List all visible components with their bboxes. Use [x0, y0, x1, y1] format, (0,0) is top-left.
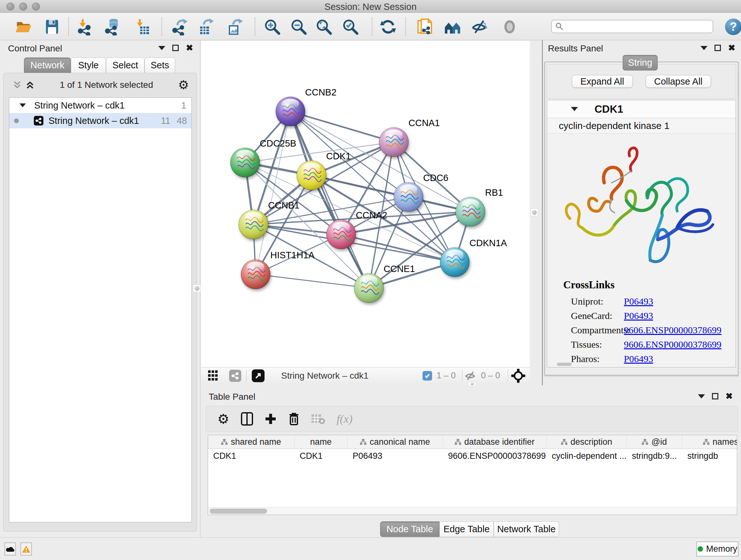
- genecard-link[interactable]: P06493: [624, 310, 653, 321]
- tab-network[interactable]: Network: [24, 57, 71, 73]
- column-header-canonical-name[interactable]: canonical name: [347, 435, 443, 449]
- apply-layout-button[interactable]: [380, 18, 397, 36]
- compartments-link[interactable]: 9606.ENSP00000378699: [624, 325, 722, 335]
- cytoscape-window: Session: New Session: [0, 0, 741, 560]
- tab-sets[interactable]: Sets: [145, 57, 175, 73]
- show-all-button[interactable]: [501, 18, 519, 36]
- export-network-button[interactable]: [171, 18, 189, 36]
- zoom-out-button[interactable]: [290, 18, 308, 36]
- zoom-selected-button[interactable]: [342, 18, 360, 36]
- export-image-icon: [226, 18, 244, 36]
- tab-select[interactable]: Select: [106, 57, 145, 73]
- scrollbar-thumb[interactable]: [210, 509, 267, 514]
- delete-column-icon[interactable]: [288, 412, 300, 426]
- collapse-all-button[interactable]: Collapse All: [646, 75, 711, 88]
- maximize-panel-icon[interactable]: [172, 45, 179, 51]
- first-neighbors-button[interactable]: [444, 18, 462, 36]
- network-share-icon[interactable]: [229, 370, 241, 382]
- tab-network-table[interactable]: Network Table: [494, 521, 559, 537]
- network-row-selected[interactable]: String Network – cdk1 11 48: [9, 113, 192, 128]
- cell-description[interactable]: cyclin-dependent ...: [547, 449, 627, 463]
- float-panel-icon[interactable]: [700, 46, 708, 50]
- detach-view-icon[interactable]: [252, 369, 265, 382]
- import-network-database-button[interactable]: [104, 18, 122, 36]
- uniprot-link[interactable]: P06493: [624, 296, 653, 307]
- documents-network-icon: [416, 18, 433, 36]
- column-hierarchy-icon: [360, 439, 366, 445]
- expand-all-networks-icon[interactable]: [25, 80, 35, 90]
- cell-canonical-name[interactable]: P06493: [347, 449, 443, 463]
- new-network-from-selection-button[interactable]: [416, 18, 434, 36]
- export-image-button[interactable]: [226, 18, 244, 36]
- cell-name[interactable]: CDK1: [294, 449, 347, 463]
- column-header-namespace[interactable]: namespace: [682, 435, 737, 449]
- save-session-button[interactable]: [44, 18, 61, 36]
- column-header-name[interactable]: name: [294, 435, 347, 449]
- svg-text:CDKN1A: CDKN1A: [469, 238, 507, 248]
- show-columns-icon[interactable]: [241, 412, 253, 426]
- crosslinks-section: CrossLinks Uniprot: P06493 GeneCard: P06…: [547, 274, 736, 366]
- network-canvas[interactable]: CDK1CCNB1CCNB2CCNA1CCNA2CCNE1CDC25BCDC6R…: [201, 41, 530, 367]
- table-hscrollbar[interactable]: [208, 507, 737, 515]
- search-input[interactable]: [566, 22, 713, 32]
- left-splitter-handle[interactable]: [193, 285, 201, 292]
- bottom-splitter-handle[interactable]: [468, 382, 476, 386]
- cell-database-identifier[interactable]: 9606.ENSP00000378699: [443, 449, 547, 463]
- table-row[interactable]: CDK1CDK1P064939606.ENSP00000378699cyclin…: [208, 449, 737, 463]
- maximize-panel-icon[interactable]: [715, 45, 721, 51]
- import-table-button[interactable]: [134, 18, 151, 36]
- tab-node-table[interactable]: Node Table: [380, 521, 440, 537]
- gene-collapse-icon[interactable]: [571, 107, 578, 111]
- crosslink-row: Compartments: 9606.ENSP00000378699: [563, 323, 736, 337]
- export-table-button[interactable]: [198, 18, 215, 36]
- gene-header-row[interactable]: CDK1: [547, 100, 736, 118]
- results-hscrollbar[interactable]: [557, 363, 571, 366]
- column-header--id[interactable]: @id: [627, 435, 682, 449]
- import-network-file-button[interactable]: [76, 18, 94, 36]
- table-options-gear-icon[interactable]: ⚙: [217, 411, 229, 427]
- cloud-status-button[interactable]: [4, 543, 16, 556]
- cell-namespace[interactable]: stringdb: [682, 449, 737, 463]
- add-column-icon[interactable]: [265, 413, 277, 425]
- network-options-gear-icon[interactable]: ⚙: [178, 80, 189, 90]
- open-session-button[interactable]: [15, 18, 32, 36]
- close-panel-icon[interactable]: ✖: [728, 45, 735, 51]
- birds-eye-view-icon[interactable]: [511, 369, 525, 383]
- tab-style[interactable]: Style: [71, 57, 106, 73]
- collection-expand-icon[interactable]: [19, 104, 26, 107]
- tab-edge-table[interactable]: Edge Table: [440, 521, 494, 537]
- close-panel-icon[interactable]: ✖: [725, 393, 733, 399]
- tissues-link[interactable]: 9606.ENSP00000378699: [624, 339, 722, 350]
- control-panel-tabs: Network Style Select Sets: [24, 57, 175, 73]
- network-graph[interactable]: CDK1CCNB1CCNB2CCNA1CCNA2CCNE1CDC25BCDC6R…: [201, 41, 530, 367]
- right-splitter-handle[interactable]: [530, 208, 538, 216]
- memory-button[interactable]: Memory: [696, 542, 738, 557]
- float-panel-icon[interactable]: [158, 46, 165, 50]
- expand-all-button[interactable]: Expand All: [572, 75, 633, 88]
- cell--id[interactable]: stringdb:9...: [627, 449, 682, 463]
- column-header-database-identifier[interactable]: database identifier: [443, 435, 547, 449]
- selected-indicator-checkbox[interactable]: [422, 371, 432, 381]
- grid-view-icon[interactable]: [208, 370, 221, 381]
- column-hierarchy-icon: [455, 439, 461, 445]
- tab-string[interactable]: String: [623, 55, 658, 71]
- float-panel-icon[interactable]: [698, 394, 705, 398]
- hide-selected-button[interactable]: [471, 18, 488, 36]
- cell-shared-name[interactable]: CDK1: [208, 449, 294, 463]
- pharos-link[interactable]: P06493: [624, 354, 653, 364]
- column-header-shared-name[interactable]: shared name: [208, 435, 294, 449]
- function-builder-button[interactable]: f(x): [337, 412, 353, 426]
- help-button[interactable]: ?: [725, 18, 741, 35]
- close-panel-icon[interactable]: ✖: [186, 45, 193, 51]
- delete-table-icon[interactable]: [311, 414, 325, 424]
- warnings-button[interactable]: [20, 543, 32, 556]
- protein-node-CCNB1: [239, 210, 268, 239]
- maximize-panel-icon[interactable]: [712, 393, 718, 399]
- export-table-icon: [198, 18, 215, 36]
- network-collection-row[interactable]: String Network – cdk1 1: [9, 98, 192, 113]
- zoom-in-button[interactable]: [264, 18, 281, 36]
- column-header-description[interactable]: description: [547, 435, 627, 449]
- zoom-fit-button[interactable]: [315, 18, 333, 36]
- collapse-all-networks-icon[interactable]: [12, 80, 22, 90]
- crosslink-row: Pharos: P06493: [563, 352, 736, 366]
